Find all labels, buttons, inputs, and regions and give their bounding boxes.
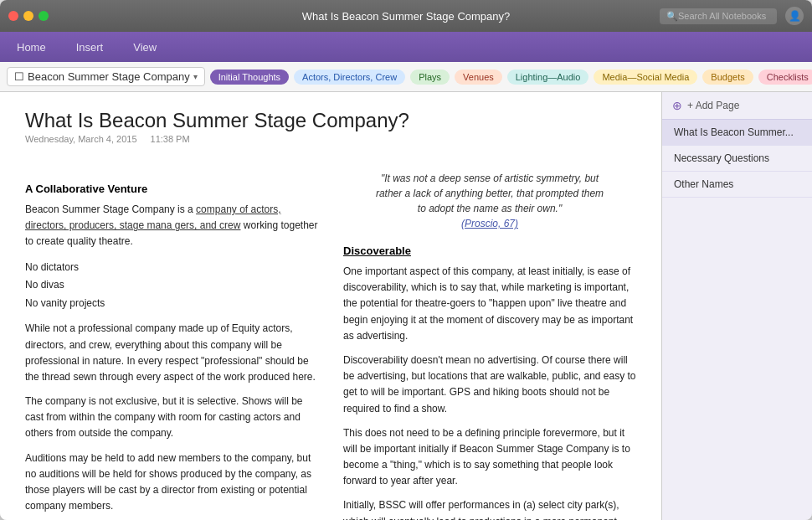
quote-cite[interactable]: (Proscio, 67) bbox=[461, 218, 518, 229]
tab-venues[interactable]: Venues bbox=[455, 70, 502, 85]
notebook-title[interactable]: ☐ Beacon Summer Stage Company ▾ bbox=[7, 67, 205, 86]
right-column: "It was not a deep sense of artistic sym… bbox=[343, 171, 636, 520]
quote-text: "It was not a deep sense of artistic sym… bbox=[373, 171, 607, 231]
collab-heading: A Collaborative Venture bbox=[25, 183, 318, 195]
search-box[interactable]: 🔍 Search All Notebooks bbox=[660, 8, 777, 24]
tab-actors[interactable]: Actors, Directors, Crew bbox=[294, 70, 405, 85]
tab-plays[interactable]: Plays bbox=[410, 70, 450, 85]
collab-body5: Auditions may be held to add new members… bbox=[25, 450, 318, 515]
nav-bar: Home Insert View bbox=[0, 32, 812, 62]
sidebar-item-2[interactable]: Other Names bbox=[662, 172, 812, 198]
nav-home[interactable]: Home bbox=[10, 38, 53, 57]
tab-initial-thoughts[interactable]: Initial Thoughts bbox=[210, 70, 289, 85]
notebook-checkbox: ☐ bbox=[14, 70, 24, 83]
sidebar-item-1[interactable]: Necessary Questions bbox=[662, 146, 812, 172]
close-button[interactable] bbox=[8, 11, 18, 21]
window-title: What Is Beacon Summer Stage Company? bbox=[302, 10, 511, 23]
maximize-button[interactable] bbox=[39, 11, 49, 21]
disc-body4: Initially, BSSC will offer performances … bbox=[343, 497, 636, 520]
notebook-bar: ☐ Beacon Summer Stage Company ▾ Initial … bbox=[0, 62, 812, 92]
window-controls bbox=[8, 11, 49, 21]
minimize-button[interactable] bbox=[23, 11, 33, 21]
disc-body2: Discoverability doesn't mean no advertis… bbox=[343, 353, 636, 417]
user-icon[interactable]: 👤 bbox=[785, 7, 804, 25]
disc-body1: One important aspect of this company, at… bbox=[343, 264, 636, 344]
main-area: What Is Beacon Summer Stage Company? Wed… bbox=[0, 92, 812, 520]
sidebar-item-0[interactable]: What Is Beacon Summer... bbox=[662, 120, 812, 146]
tab-checklists[interactable]: Checklists bbox=[758, 70, 812, 85]
title-bar-right: 🔍 Search All Notebooks 👤 bbox=[660, 7, 804, 25]
tab-media[interactable]: Media—Social Media bbox=[594, 70, 697, 85]
tab-lighting[interactable]: Lighting—Audio bbox=[507, 70, 589, 85]
search-icon: 🔍 bbox=[666, 11, 678, 22]
tab-budgets[interactable]: Budgets bbox=[702, 70, 753, 85]
page-time: 11:38 PM bbox=[151, 134, 190, 144]
page-title: What Is Beacon Summer Stage Company? bbox=[25, 109, 636, 132]
collab-bullets: No dictatorsNo divasNo vanity projects bbox=[25, 259, 318, 313]
discoverable-heading: Discoverable bbox=[343, 245, 636, 257]
notebook-name: Beacon Summer Stage Company bbox=[28, 70, 190, 83]
collab-body3: While not a professional company made up… bbox=[25, 321, 318, 385]
search-placeholder: Search All Notebooks bbox=[678, 11, 766, 21]
collab-body4: The company is not exclusive, but it is … bbox=[25, 394, 318, 442]
content-area: What Is Beacon Summer Stage Company? Wed… bbox=[0, 92, 661, 520]
two-column-layout: A Collaborative Venture Beacon Summer St… bbox=[25, 171, 636, 520]
nav-view[interactable]: View bbox=[126, 38, 163, 57]
add-page-button[interactable]: ⊕ + Add Page bbox=[662, 92, 812, 120]
add-page-label: + Add Page bbox=[687, 100, 739, 111]
collab-body1: Beacon Summer Stage Company is a company… bbox=[25, 202, 318, 250]
notebook-caret: ▾ bbox=[193, 72, 198, 81]
add-page-icon: ⊕ bbox=[672, 99, 682, 112]
title-bar: What Is Beacon Summer Stage Company? 🔍 S… bbox=[0, 0, 812, 32]
left-column: A Collaborative Venture Beacon Summer St… bbox=[25, 171, 318, 520]
nav-insert[interactable]: Insert bbox=[69, 38, 110, 57]
page-date: Wednesday, March 4, 2015 bbox=[25, 134, 137, 144]
app-window: What Is Beacon Summer Stage Company? 🔍 S… bbox=[0, 0, 812, 520]
sidebar: ⊕ + Add Page What Is Beacon Summer... Ne… bbox=[661, 92, 812, 520]
disc-body3: This does not need to be a defining prin… bbox=[343, 425, 636, 490]
